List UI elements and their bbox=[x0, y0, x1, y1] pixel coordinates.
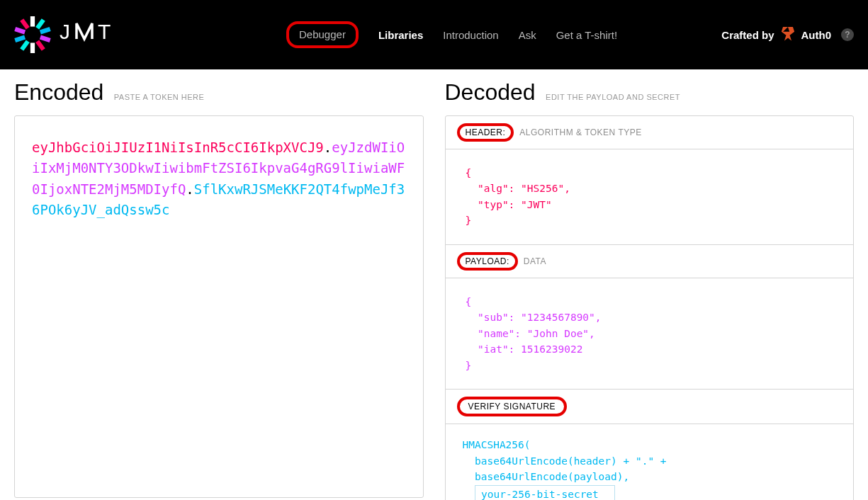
svg-text:T: T bbox=[98, 20, 113, 43]
jwt-logo-icon bbox=[14, 16, 51, 53]
encoded-subtitle: PASTE A TOKEN HERE bbox=[114, 93, 205, 101]
encoded-token-box[interactable]: eyJhbGciOiJIUzI1NiIsInR5cCI6IkpXVCJ9.eyJ… bbox=[14, 115, 424, 498]
decoded-payload-bar: PAYLOAD: DATA bbox=[446, 244, 854, 278]
highlight-ring-signature: VERIFY SIGNATURE bbox=[457, 397, 568, 416]
encoded-column: Encoded PASTE A TOKEN HERE eyJhbGciOiJIU… bbox=[14, 79, 424, 500]
svg-rect-9 bbox=[20, 18, 30, 29]
logo-area[interactable]: J T bbox=[14, 16, 130, 53]
decoded-signature-label: VERIFY SIGNATURE bbox=[468, 402, 556, 411]
svg-rect-3 bbox=[20, 40, 30, 50]
sig-line-2: base64UrlEncode(header) + "." + bbox=[463, 453, 837, 469]
highlight-ring-header: HEADER: bbox=[457, 123, 514, 142]
nav-libraries[interactable]: Libraries bbox=[378, 29, 423, 41]
nav-introduction[interactable]: Introduction bbox=[443, 29, 498, 41]
crafted-by[interactable]: Crafted by Auth0 ? bbox=[721, 27, 854, 42]
sig-line-1: HMACSHA256( bbox=[463, 437, 837, 453]
decoded-column: Decoded EDIT THE PAYLOAD AND SECRET HEAD… bbox=[445, 79, 855, 500]
svg-rect-2 bbox=[35, 18, 45, 29]
decoded-stack: HEADER: ALGORITHM & TOKEN TYPE { "alg": … bbox=[445, 115, 855, 500]
nav-debugger[interactable]: Debugger bbox=[299, 28, 346, 40]
secret-input[interactable] bbox=[475, 485, 615, 500]
crafted-label: Crafted by bbox=[721, 29, 774, 41]
decoded-subtitle: EDIT THE PAYLOAD AND SECRET bbox=[546, 93, 680, 101]
token-header-segment: eyJhbGciOiJIUzI1NiIsInR5cCI6IkpXVCJ9 bbox=[32, 140, 324, 155]
decoded-signature-body: HMACSHA256( base64UrlEncode(header) + ".… bbox=[446, 424, 854, 500]
decoded-payload-json: { "sub": "1234567890", "name": "John Doe… bbox=[466, 294, 834, 373]
sig-line-3: base64UrlEncode(payload), bbox=[463, 469, 837, 484]
logo-text: J T bbox=[60, 19, 130, 50]
auth0-icon bbox=[780, 27, 796, 42]
decoded-title: Decoded bbox=[445, 79, 536, 106]
highlight-ring-debugger: Debugger bbox=[286, 21, 359, 48]
svg-text:J: J bbox=[60, 20, 72, 43]
svg-rect-7 bbox=[14, 27, 26, 34]
nav-tshirt[interactable]: Get a T-shirt! bbox=[556, 29, 617, 41]
nav-links: Debugger Libraries Introduction Ask Get … bbox=[286, 21, 617, 48]
svg-rect-5 bbox=[14, 35, 26, 42]
decoded-signature-bar: VERIFY SIGNATURE bbox=[446, 389, 854, 424]
top-nav: J T Debugger Libraries Introduction Ask … bbox=[0, 0, 868, 69]
decoded-header-body[interactable]: { "alg": "HS256", "typ": "JWT" } bbox=[446, 149, 854, 244]
decoded-header-label: HEADER: bbox=[466, 127, 506, 137]
decoded-payload-body[interactable]: { "sub": "1234567890", "name": "John Doe… bbox=[446, 278, 854, 389]
decoded-payload-label: PAYLOAD: bbox=[466, 256, 509, 266]
nav-ask[interactable]: Ask bbox=[519, 29, 536, 41]
decoded-header-sub: ALGORITHM & TOKEN TYPE bbox=[519, 127, 641, 137]
highlight-ring-payload: PAYLOAD: bbox=[457, 252, 518, 271]
main-content: Encoded PASTE A TOKEN HERE eyJhbGciOiJIU… bbox=[0, 69, 868, 500]
decoded-payload-sub: DATA bbox=[524, 256, 546, 266]
decoded-header-bar: HEADER: ALGORITHM & TOKEN TYPE bbox=[446, 116, 854, 149]
decoded-header-json: { "alg": "HS256", "typ": "JWT" } bbox=[466, 165, 834, 229]
crafted-company: Auth0 bbox=[801, 29, 832, 41]
svg-rect-4 bbox=[40, 27, 51, 34]
help-icon[interactable]: ? bbox=[841, 28, 854, 41]
encoded-title: Encoded bbox=[14, 79, 103, 106]
svg-rect-8 bbox=[35, 40, 45, 50]
svg-rect-1 bbox=[30, 42, 35, 53]
svg-rect-6 bbox=[40, 35, 51, 42]
svg-rect-0 bbox=[30, 16, 35, 27]
